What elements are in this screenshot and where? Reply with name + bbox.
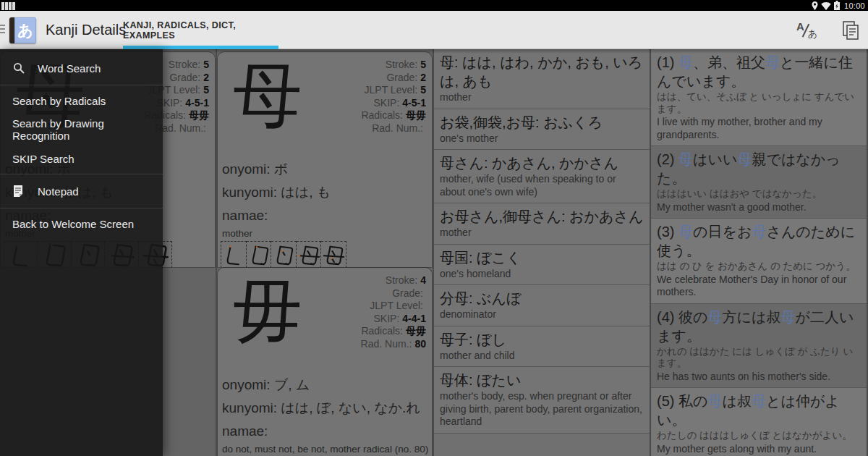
info-label: Stroke: <box>386 274 417 287</box>
app-icon[interactable]: あ <box>9 17 36 43</box>
example-row[interactable]: (1) 母、弟、祖父母と一緒に住んでいます。はは、てい、そふぼ と いっしょに … <box>651 49 867 146</box>
battery-charging-icon <box>834 1 840 10</box>
drawer-item-back-to-welcome-screen[interactable]: Back to Welcome Screen <box>0 209 163 238</box>
example-english: I live with my mother, brother and my gr… <box>657 116 861 141</box>
kanji-card-母[interactable]: 母Stroke:5Grade:2JLPT Level:5SKIP:4-5-1Ra… <box>218 52 432 267</box>
pane-dict: 母: はは, はわ, かか, おも, いろは, あもmotherお袋,御袋,お母… <box>434 49 651 456</box>
drawer-item-label: SKIP Search <box>12 153 75 165</box>
kanji-meaning: do not, must not, be not, mother radical… <box>218 444 432 455</box>
dict-entry-japanese: 分母: ぶんぼ <box>440 289 644 308</box>
kanji-card-header: 毋Stroke:4Grade:JLPT Level:SKIP:4-4-1Radi… <box>218 268 432 369</box>
kana-glyph: あ <box>808 28 817 41</box>
info-value: 母毋 <box>189 109 209 122</box>
dict-entry[interactable]: 母国: ぼこくone's homeland <box>434 245 650 286</box>
kanji-info-row: Rad. Num.:80 <box>312 338 426 351</box>
info-value: 2 <box>203 72 209 85</box>
sentence-text: 私の <box>678 393 707 409</box>
dict-entry-english: one's mother <box>440 132 644 145</box>
highlighted-kanji: 母 <box>678 151 693 167</box>
stroke-order-frames <box>221 241 346 267</box>
info-value: 4-5-1 <box>402 97 426 110</box>
example-japanese: (2) 母はいい母親ではなかった。 <box>657 150 861 187</box>
dict-entry[interactable]: お母さん,御母さん: おかあさんmother <box>434 203 650 245</box>
info-value: 4-5-1 <box>185 97 209 110</box>
highlighted-kanji: 母 <box>707 393 722 409</box>
dict-entry[interactable]: 母さん: かあさん, かかさんmother, wife (used when s… <box>434 150 650 203</box>
drawer-item-word-search[interactable]: Word Search <box>0 52 163 84</box>
dict-entry[interactable]: 分母: ぶんぼdenominator <box>434 285 650 326</box>
example-row[interactable]: (3) 母の日をお母さんのために使う。はは の ひ を おかあさん の ために … <box>651 219 867 304</box>
kanji-info-row: JLPT Level:5 <box>312 84 426 97</box>
content-area: 母Stroke:5Grade:2JLPT Level:5SKIP:4-5-1Ra… <box>0 49 868 456</box>
drawer-item-notepad[interactable]: Notepad <box>0 175 163 207</box>
namae-line: namae: <box>218 208 432 223</box>
dict-entry-japanese: 母体: ぼたい <box>440 371 644 389</box>
example-reading: かれの ははかた には しゅくぼ が ふたり います。 <box>657 346 861 370</box>
example-english: He has two aunts on his mother's side. <box>657 371 861 384</box>
drawer-divider <box>0 174 163 174</box>
dict-entry-english: denominator <box>440 308 644 321</box>
notification-bars-icon <box>1 1 15 10</box>
pane-radicals: 母Stroke:5Grade:2JLPT Level:5SKIP:4-5-1Ra… <box>217 49 434 456</box>
kanji-info-row: Grade: <box>312 287 426 300</box>
romaji-kana-toggle-button[interactable]: A あ <box>796 20 817 41</box>
drawer-item-search-by-drawing-recognition[interactable]: Search by Drawing Recognition <box>0 115 163 144</box>
sentence-text: 、弟、祖父 <box>693 54 765 70</box>
kanji-info-row: Radicals:母毋 <box>312 325 426 338</box>
drawer-item-skip-search[interactable]: SKIP Search <box>0 144 163 173</box>
example-japanese: (5) 私の母は叔母とは仲がよい。 <box>657 392 861 429</box>
example-reading: はは の ひ を おかあさん の ために つかう。 <box>657 261 861 273</box>
example-english: My mother wasn't a good mother. <box>657 201 861 214</box>
sentence-text: は叔 <box>722 393 751 409</box>
example-row[interactable]: (5) 私の母は叔母とは仲がよい。わたしの はははしゅくぼ とはなかがよい。My… <box>651 388 867 456</box>
highlighted-kanji: 母 <box>678 224 693 240</box>
search-icon <box>13 62 25 74</box>
kanji-meaning: mother <box>218 228 432 239</box>
drawer-item-label: Notepad <box>38 185 79 198</box>
kanji-card-毋[interactable]: 毋Stroke:4Grade:JLPT Level:SKIP:4-4-1Radi… <box>218 268 432 456</box>
example-row[interactable]: (4) 彼の母方には叔母が二人います。かれの ははかた には しゅくぼ が ふた… <box>651 304 867 389</box>
dict-entry-english: mother's body, esp. when pregnant or aft… <box>440 390 644 428</box>
dict-entry-japanese: お袋,御袋,お母: おふくろ <box>440 113 644 132</box>
highlighted-kanji: 母 <box>737 151 752 167</box>
info-label: Grade: <box>386 72 417 85</box>
example-number: (3) <box>657 224 678 240</box>
highlighted-kanji: 母 <box>752 224 766 240</box>
copy-button[interactable] <box>842 20 859 41</box>
kanji-card-header: 母Stroke:5Grade:2JLPT Level:5SKIP:4-5-1Ra… <box>218 52 432 153</box>
drawer-edge-icon[interactable] <box>0 25 5 33</box>
dict-entry[interactable]: 母体: ぼたいmother's body, esp. when pregnant… <box>434 367 650 434</box>
dict-entry[interactable]: 母: はは, はわ, かか, おも, いろは, あもmother <box>434 49 650 109</box>
stroke-frame <box>247 241 272 267</box>
sentence-text: 方には叔 <box>722 309 780 325</box>
app-icon-glyph: あ <box>14 17 36 43</box>
highlighted-kanji: 母 <box>707 309 722 325</box>
wifi-icon <box>821 1 831 10</box>
info-value: 4 <box>420 274 426 287</box>
dict-entry-japanese: 母国: ぼこく <box>440 248 644 267</box>
drawer-item-label: Search by Drawing Recognition <box>12 117 163 142</box>
tab-kanji-radicals-dict-examples[interactable]: KANJI, RADICALS, DICT, EXAMPLES <box>123 11 278 49</box>
notepad-icon <box>13 185 25 197</box>
dict-entry-english: mother <box>440 91 644 104</box>
dict-entry-japanese: 母: はは, はわ, かか, おも, いろは, あも <box>440 53 644 90</box>
screen: 10:00 あ Kanji Details KANJI, RADICALS, D… <box>0 0 868 456</box>
info-value: 5 <box>420 84 426 97</box>
namae-line: namae: <box>218 423 432 439</box>
kanji-info-row: SKIP:4-4-1 <box>312 313 426 326</box>
dict-entry-japanese: お母さん,御母さん: おかあさん <box>440 207 644 226</box>
dict-entry-japanese: 母子: ぼし <box>440 330 644 349</box>
info-value: 80 <box>414 338 426 351</box>
pane-examples: (1) 母、弟、祖父母と一緒に住んでいます。はは、てい、そふぼ と いっしょに … <box>651 49 868 456</box>
highlighted-kanji: 母 <box>765 54 780 70</box>
dict-entry[interactable]: 母子: ぼしmother and child <box>434 326 650 368</box>
example-reading: わたしの はははしゅくぼ とはなかがよい。 <box>657 430 861 442</box>
kanji-info: Stroke:5Grade:2JLPT Level:5SKIP:4-5-1Rad… <box>312 56 426 153</box>
drawer-item-label: Back to Welcome Screen <box>12 218 134 230</box>
kanji-glyph: 母 <box>224 56 312 153</box>
dict-entry[interactable]: お袋,御袋,お母: おふくろone's mother <box>434 109 650 151</box>
drawer-item-search-by-radicals[interactable]: Search by Radicals <box>0 86 163 115</box>
example-number: (4) <box>657 309 678 325</box>
kanji-info-row: Rad. Num.: <box>312 122 426 135</box>
example-row[interactable]: (2) 母はいい母親ではなかった。はははいい ははおや ではなかった。My mo… <box>651 146 867 219</box>
